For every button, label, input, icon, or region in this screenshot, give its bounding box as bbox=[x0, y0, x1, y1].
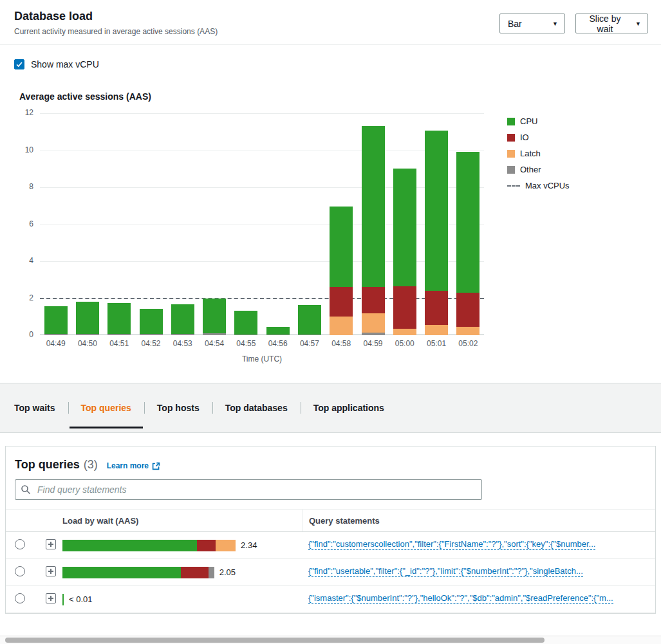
y-tick-label: 8 bbox=[10, 182, 33, 191]
x-tick-label: 04:53 bbox=[167, 339, 198, 348]
bar-segment-cpu[interactable] bbox=[298, 305, 321, 334]
tab-top-applications[interactable]: Top applications bbox=[301, 383, 397, 432]
show-max-vcpu-checkbox[interactable] bbox=[14, 59, 24, 69]
panel-header: Top queries(3) Learn more bbox=[6, 446, 655, 478]
panel-title: Top queries(3) bbox=[15, 458, 98, 472]
bar-segment-latch[interactable] bbox=[393, 329, 416, 335]
y-tick-label: 2 bbox=[10, 293, 33, 302]
view-type-select[interactable]: Bar ▼ bbox=[499, 14, 565, 33]
column-header-query: Query statements bbox=[302, 510, 646, 531]
expand-row-icon[interactable] bbox=[46, 566, 56, 576]
learn-more-link[interactable]: Learn more bbox=[107, 461, 160, 470]
load-segment-latch bbox=[216, 540, 236, 551]
bar-segment-io[interactable] bbox=[456, 293, 479, 327]
bar-segment-io[interactable] bbox=[362, 287, 385, 313]
bar-segment-other[interactable] bbox=[140, 334, 163, 335]
dimension-tabs: Top waits Top queries Top hosts Top data… bbox=[0, 383, 661, 433]
bar-segment-other[interactable] bbox=[171, 334, 194, 335]
bar-segment-other[interactable] bbox=[44, 334, 68, 335]
legend-swatch-icon bbox=[507, 118, 515, 125]
query-statement-link[interactable]: {"ismaster":{"$numberInt":"?"},"helloOk"… bbox=[308, 593, 613, 604]
legend-label: IO bbox=[520, 133, 529, 142]
bar-segment-other[interactable] bbox=[203, 333, 226, 335]
legend-item-latch: Latch bbox=[507, 149, 570, 158]
tab-top-waits[interactable]: Top waits bbox=[1, 383, 68, 432]
legend-swatch-icon bbox=[507, 150, 515, 158]
bar-segment-other[interactable] bbox=[298, 335, 321, 335]
legend-item-max-vcpus: Max vCPUs bbox=[507, 181, 570, 190]
tab-top-queries[interactable]: Top queries bbox=[68, 383, 144, 432]
expand-row-icon[interactable] bbox=[46, 593, 56, 603]
bar-segment-other[interactable] bbox=[107, 334, 131, 335]
x-axis-ticks: 04:4904:5004:5104:5204:5304:5404:5504:56… bbox=[40, 339, 484, 349]
bar-segment-cpu[interactable] bbox=[330, 207, 353, 287]
max-vcpus-line-icon bbox=[507, 185, 520, 187]
tab-top-databases[interactable]: Top databases bbox=[212, 383, 301, 432]
show-max-vcpu-row: Show max vCPU bbox=[14, 59, 661, 69]
bar-segment-cpu[interactable] bbox=[393, 169, 416, 286]
bar-segment-io[interactable] bbox=[425, 291, 448, 325]
row-radio[interactable] bbox=[15, 566, 25, 576]
bar-segment-cpu[interactable] bbox=[362, 126, 385, 287]
legend-item-other: Other bbox=[507, 165, 570, 174]
bar-segment-cpu[interactable] bbox=[234, 311, 257, 335]
bar-segment-cpu[interactable] bbox=[107, 303, 131, 334]
table-header: Load by wait (AAS) Query statements bbox=[6, 509, 655, 532]
bar-segment-io[interactable] bbox=[393, 286, 416, 329]
load-bar bbox=[62, 594, 64, 605]
row-radio[interactable] bbox=[15, 593, 25, 603]
bar-segment-latch[interactable] bbox=[456, 327, 479, 335]
bar-segment-latch[interactable] bbox=[330, 317, 353, 335]
load-segment-cpu bbox=[62, 567, 181, 578]
x-axis-title: Time (UTC) bbox=[40, 354, 484, 363]
bar-segment-latch[interactable] bbox=[425, 325, 448, 335]
bar-segment-other[interactable] bbox=[266, 335, 290, 335]
tab-top-hosts[interactable]: Top hosts bbox=[144, 383, 212, 432]
search-input[interactable] bbox=[15, 479, 482, 500]
x-tick-label: 04:59 bbox=[357, 339, 389, 348]
checkmark-icon bbox=[15, 60, 23, 68]
bar-segment-cpu[interactable] bbox=[456, 152, 479, 293]
x-tick-label: 04:55 bbox=[230, 339, 262, 348]
load-segment-io bbox=[197, 540, 216, 551]
bar-segment-cpu[interactable] bbox=[425, 131, 448, 291]
query-statement-link[interactable]: {"find":"customerscollection","filter":{… bbox=[308, 538, 595, 550]
bar-segment-latch[interactable] bbox=[362, 313, 385, 333]
gridline bbox=[40, 225, 484, 225]
legend-label: Other bbox=[520, 165, 541, 174]
legend-label: Latch bbox=[520, 149, 541, 158]
gridline bbox=[40, 151, 484, 151]
gridline bbox=[40, 261, 484, 262]
slice-by-select[interactable]: Slice by wait ▼ bbox=[575, 14, 648, 33]
column-header-load: Load by wait (AAS) bbox=[62, 516, 302, 526]
y-tick-label: 10 bbox=[10, 145, 33, 154]
bar-segment-other[interactable] bbox=[362, 333, 385, 335]
row-radio[interactable] bbox=[15, 539, 25, 549]
learn-more-label: Learn more bbox=[107, 461, 149, 470]
bar-segment-cpu[interactable] bbox=[140, 309, 163, 334]
bar-segment-cpu[interactable] bbox=[171, 304, 194, 334]
horizontal-scrollbar[interactable] bbox=[0, 636, 661, 644]
load-bar bbox=[62, 567, 214, 578]
x-tick-label: 04:50 bbox=[71, 339, 103, 348]
chart-title: Average active sessions (AAS) bbox=[19, 91, 661, 102]
table-row: < 0.01{"ismaster":{"$numberInt":"?"},"he… bbox=[6, 586, 655, 613]
expand-row-icon[interactable] bbox=[46, 539, 56, 549]
chevron-down-icon: ▼ bbox=[552, 21, 558, 27]
query-statement-link[interactable]: {"find":"usertable","filter":{"_id":"?"}… bbox=[308, 566, 583, 577]
load-segment-other bbox=[209, 567, 214, 578]
bar-segment-cpu[interactable] bbox=[203, 299, 226, 333]
external-link-icon bbox=[152, 462, 160, 470]
bar-segment-cpu[interactable] bbox=[266, 327, 290, 335]
scrollbar-thumb[interactable] bbox=[5, 638, 545, 643]
bar-segment-cpu[interactable] bbox=[76, 302, 99, 334]
bar-segment-other[interactable] bbox=[76, 334, 99, 335]
panel-title-text: Top queries bbox=[15, 458, 80, 471]
bar-segment-cpu[interactable] bbox=[44, 306, 68, 334]
legend-label: CPU bbox=[520, 116, 537, 126]
search-box bbox=[15, 479, 482, 500]
x-tick-label: 04:52 bbox=[135, 339, 167, 348]
y-tick-label: 0 bbox=[10, 330, 33, 339]
bar-segment-io[interactable] bbox=[330, 287, 353, 317]
bar-segment-other[interactable] bbox=[234, 335, 257, 335]
